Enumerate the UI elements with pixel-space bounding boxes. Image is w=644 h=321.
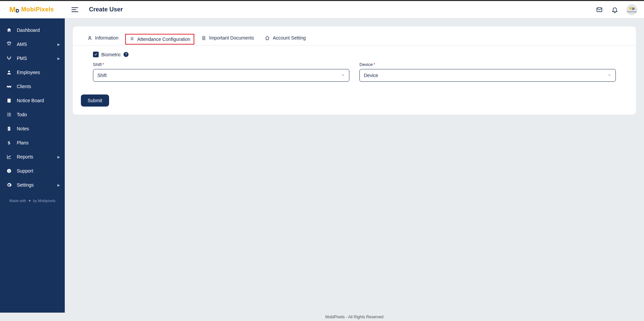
svg-rect-5 bbox=[7, 99, 10, 103]
mail-icon[interactable] bbox=[596, 6, 603, 13]
person-icon bbox=[87, 35, 92, 41]
network-icon bbox=[6, 55, 12, 61]
home-icon bbox=[6, 27, 12, 33]
avatar[interactable]: Mɒ MobiPixels bbox=[627, 4, 637, 15]
info-icon bbox=[6, 168, 12, 174]
sidebar-item-pms[interactable]: PMS ▶ bbox=[0, 51, 65, 65]
shift-label-text: Shift bbox=[93, 62, 102, 67]
tab-account-setting[interactable]: Account Setting bbox=[261, 33, 310, 45]
footer-text: MobiPixels - All Rights Reserved bbox=[325, 315, 383, 319]
page-title: Create User bbox=[89, 6, 123, 13]
bell-icon[interactable] bbox=[611, 6, 618, 13]
form-row: Shift* Shift Device* Device bbox=[93, 62, 616, 82]
sidebar-item-notes[interactable]: Notes bbox=[0, 122, 65, 136]
tab-label: Attendance Configuration bbox=[137, 37, 190, 42]
chevron-right-icon: ▶ bbox=[57, 183, 60, 187]
logo-mark-icon: Mɒ bbox=[9, 5, 19, 14]
svg-point-4 bbox=[8, 71, 10, 72]
list-icon bbox=[6, 112, 12, 118]
svg-rect-9 bbox=[9, 170, 9, 170]
sidebar-item-todo[interactable]: Todo bbox=[0, 108, 65, 122]
tab-attendance-configuration[interactable]: Attendance Configuration bbox=[125, 34, 194, 45]
document-icon bbox=[201, 35, 206, 41]
sidebar-item-label: Dashboard bbox=[17, 27, 40, 33]
sidebar-item-settings[interactable]: Settings ▶ bbox=[0, 178, 65, 192]
home-outline-icon bbox=[265, 35, 270, 41]
topbar: Mɒ MobiPixels Create User Mɒ MobiPixels bbox=[0, 0, 644, 18]
shift-select[interactable]: Shift bbox=[93, 69, 349, 82]
sidebar-item-ams[interactable]: AMS ▶ bbox=[0, 37, 65, 51]
device-label: Device* bbox=[359, 62, 616, 67]
svg-rect-6 bbox=[8, 98, 10, 99]
tab-important-documents[interactable]: Important Documents bbox=[197, 33, 258, 45]
note-icon bbox=[6, 126, 12, 132]
sidebar-item-label: PMS bbox=[17, 56, 27, 61]
device-label-text: Device bbox=[359, 62, 373, 67]
biometric-row: Biometric ? bbox=[93, 52, 616, 57]
sidebar-item-employees[interactable]: Employees bbox=[0, 65, 65, 79]
card: Information Attendance Configuration Imp… bbox=[73, 26, 636, 115]
tab-information[interactable]: Information bbox=[83, 33, 122, 45]
device-field-group: Device* Device bbox=[359, 62, 616, 82]
biometric-label: Biometric bbox=[101, 52, 121, 57]
chevron-right-icon: ▶ bbox=[57, 155, 60, 159]
tab-label: Important Documents bbox=[209, 35, 254, 41]
avatar-label: MobiPixels bbox=[627, 11, 637, 13]
help-icon[interactable]: ? bbox=[123, 52, 129, 57]
chevron-down-icon bbox=[341, 73, 345, 78]
sidebar-item-label: Notes bbox=[17, 126, 29, 131]
sidebar-item-plans[interactable]: Plans bbox=[0, 136, 65, 150]
handshake-icon bbox=[6, 83, 12, 89]
clipboard-icon bbox=[6, 98, 12, 104]
footer: MobiPixels - All Rights Reserved bbox=[65, 313, 644, 321]
sidebar-item-reports[interactable]: Reports ▶ bbox=[0, 150, 65, 164]
chevron-right-icon: ▶ bbox=[57, 57, 60, 60]
biometric-checkbox[interactable] bbox=[93, 52, 99, 57]
svg-rect-8 bbox=[9, 171, 9, 172]
tabs: Information Attendance Configuration Imp… bbox=[73, 26, 636, 46]
sidebar-item-label: Employees bbox=[17, 70, 40, 75]
made-with-suffix: by Mobipixels bbox=[33, 199, 56, 203]
sidebar-item-label: Todo bbox=[17, 112, 27, 117]
menu-toggle-icon[interactable] bbox=[71, 6, 80, 14]
required-mark: * bbox=[102, 62, 104, 67]
submit-wrap: Submit bbox=[73, 90, 636, 115]
sidebar-nav: Dashboard AMS ▶ PMS ▶ Employees bbox=[0, 23, 65, 192]
shift-field-group: Shift* Shift bbox=[93, 62, 349, 82]
chart-icon bbox=[6, 154, 12, 160]
chevron-right-icon: ▶ bbox=[57, 43, 60, 46]
sidebar-item-notice-board[interactable]: Notice Board bbox=[0, 93, 65, 108]
sidebar-item-support[interactable]: Support bbox=[0, 164, 65, 178]
sidebar-item-label: Plans bbox=[17, 140, 29, 145]
required-mark: * bbox=[374, 62, 375, 67]
sidebar-item-label: Notice Board bbox=[17, 98, 44, 103]
logo[interactable]: Mɒ MobiPixels bbox=[0, 5, 65, 14]
gear-icon bbox=[6, 182, 12, 188]
submit-button[interactable]: Submit bbox=[81, 94, 109, 107]
topbar-right: Mɒ MobiPixels bbox=[596, 4, 637, 15]
svg-point-10 bbox=[89, 36, 91, 38]
device-select-value: Device bbox=[364, 73, 378, 78]
sidebar-item-label: AMS bbox=[17, 42, 27, 47]
fingerprint-icon bbox=[6, 41, 12, 47]
sidebar-item-clients[interactable]: Clients bbox=[0, 79, 65, 93]
svg-point-2 bbox=[10, 57, 11, 58]
logo-text: MobiPixels bbox=[21, 6, 54, 13]
shift-label: Shift* bbox=[93, 62, 349, 67]
fingerprint-icon bbox=[129, 37, 135, 42]
chevron-down-icon bbox=[607, 73, 611, 78]
user-icon bbox=[6, 69, 12, 75]
sidebar-item-dashboard[interactable]: Dashboard bbox=[0, 23, 65, 37]
svg-point-1 bbox=[7, 57, 8, 58]
made-with-prefix: Made with bbox=[9, 199, 26, 203]
device-select[interactable]: Device bbox=[359, 69, 616, 82]
tab-label: Information bbox=[95, 35, 118, 41]
avatar-mark-icon: Mɒ bbox=[629, 6, 635, 11]
sidebar-item-label: Settings bbox=[17, 182, 34, 188]
sidebar-item-label: Reports bbox=[17, 154, 33, 159]
content: Information Attendance Configuration Imp… bbox=[65, 18, 644, 313]
form-area: Biometric ? Shift* Shift bbox=[73, 46, 636, 90]
heart-icon: ♥ bbox=[29, 199, 31, 203]
shift-select-value: Shift bbox=[97, 73, 107, 78]
sidebar: Dashboard AMS ▶ PMS ▶ Employees bbox=[0, 18, 65, 313]
